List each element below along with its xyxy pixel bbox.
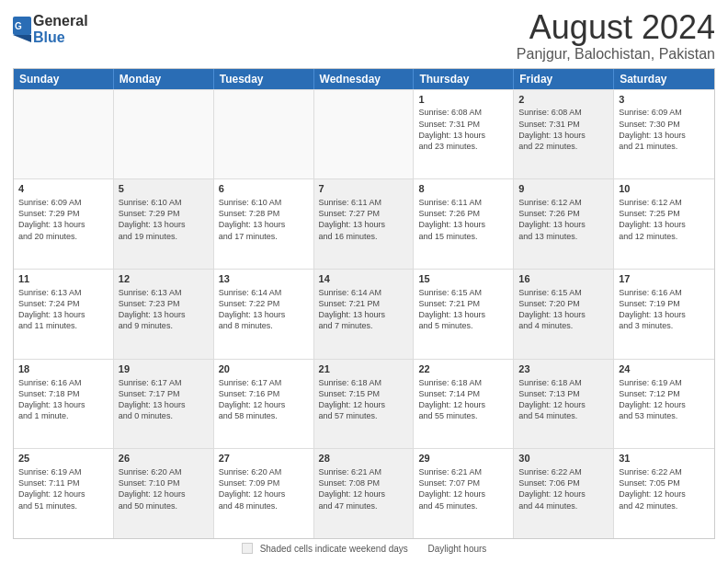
cal-cell-r2c3: 14Sunrise: 6:14 AM Sunset: 7:21 PM Dayli… [314, 270, 415, 359]
cell-info: Sunrise: 6:09 AM Sunset: 7:30 PM Dayligh… [619, 107, 710, 152]
cell-info: Sunrise: 6:12 AM Sunset: 7:25 PM Dayligh… [619, 197, 710, 242]
day-number: 16 [518, 272, 609, 286]
cell-info: Sunrise: 6:22 AM Sunset: 7:06 PM Dayligh… [518, 466, 609, 511]
page: G General Blue August 2024 Panjgur, Balo… [0, 0, 728, 563]
cal-cell-r2c1: 12Sunrise: 6:13 AM Sunset: 7:23 PM Dayli… [114, 270, 214, 359]
day-number: 12 [119, 272, 209, 286]
cal-header-tuesday: Tuesday [214, 69, 314, 89]
day-number: 15 [418, 272, 508, 286]
cell-info: Sunrise: 6:21 AM Sunset: 7:07 PM Dayligh… [418, 466, 508, 511]
cal-cell-r4c4: 29Sunrise: 6:21 AM Sunset: 7:07 PM Dayli… [414, 449, 514, 538]
cal-row-1: 4Sunrise: 6:09 AM Sunset: 7:29 PM Daylig… [14, 178, 714, 269]
cell-info: Sunrise: 6:14 AM Sunset: 7:22 PM Dayligh… [219, 287, 309, 332]
cal-row-0: 1Sunrise: 6:08 AM Sunset: 7:31 PM Daylig… [14, 89, 714, 179]
cell-info: Sunrise: 6:08 AM Sunset: 7:31 PM Dayligh… [418, 107, 508, 152]
cal-cell-r3c3: 21Sunrise: 6:18 AM Sunset: 7:15 PM Dayli… [314, 360, 415, 449]
cal-cell-r2c5: 16Sunrise: 6:15 AM Sunset: 7:20 PM Dayli… [514, 270, 614, 359]
logo-icon: G [13, 17, 31, 42]
cell-info: Sunrise: 6:14 AM Sunset: 7:21 PM Dayligh… [319, 287, 409, 332]
cal-cell-r4c6: 31Sunrise: 6:22 AM Sunset: 7:05 PM Dayli… [614, 449, 714, 538]
cal-cell-r1c0: 4Sunrise: 6:09 AM Sunset: 7:29 PM Daylig… [14, 179, 114, 269]
cal-cell-r1c5: 9Sunrise: 6:12 AM Sunset: 7:26 PM Daylig… [514, 179, 614, 269]
logo-blue: Blue [33, 29, 88, 46]
logo-general: General [33, 13, 88, 29]
cal-cell-r1c6: 10Sunrise: 6:12 AM Sunset: 7:25 PM Dayli… [614, 179, 714, 269]
day-number: 19 [119, 362, 209, 376]
day-number: 6 [219, 182, 309, 196]
day-number: 5 [119, 182, 209, 196]
cal-cell-r0c4: 1Sunrise: 6:08 AM Sunset: 7:31 PM Daylig… [414, 90, 514, 179]
day-number: 20 [219, 362, 309, 376]
cell-info: Sunrise: 6:11 AM Sunset: 7:26 PM Dayligh… [418, 197, 508, 242]
cal-cell-r1c4: 8Sunrise: 6:11 AM Sunset: 7:26 PM Daylig… [414, 179, 514, 269]
cell-info: Sunrise: 6:16 AM Sunset: 7:19 PM Dayligh… [619, 287, 710, 332]
cal-cell-r1c3: 7Sunrise: 6:11 AM Sunset: 7:27 PM Daylig… [314, 179, 415, 269]
cal-header-friday: Friday [514, 69, 614, 89]
cal-row-4: 25Sunrise: 6:19 AM Sunset: 7:11 PM Dayli… [14, 448, 714, 538]
cal-header-monday: Monday [114, 69, 214, 89]
cell-info: Sunrise: 6:15 AM Sunset: 7:21 PM Dayligh… [418, 287, 508, 332]
shaded-label: Shaded cells indicate weekend days [260, 544, 408, 554]
day-number: 17 [619, 272, 710, 286]
cell-info: Sunrise: 6:19 AM Sunset: 7:11 PM Dayligh… [18, 466, 108, 511]
day-number: 23 [518, 362, 609, 376]
day-number: 7 [319, 182, 409, 196]
logo: G General Blue [13, 13, 88, 45]
cal-cell-r4c3: 28Sunrise: 6:21 AM Sunset: 7:08 PM Dayli… [314, 449, 415, 538]
cell-info: Sunrise: 6:15 AM Sunset: 7:20 PM Dayligh… [518, 287, 609, 332]
cell-info: Sunrise: 6:22 AM Sunset: 7:05 PM Dayligh… [619, 466, 710, 511]
cell-info: Sunrise: 6:11 AM Sunset: 7:27 PM Dayligh… [319, 197, 409, 242]
day-number: 31 [619, 452, 710, 465]
cal-cell-r4c2: 27Sunrise: 6:20 AM Sunset: 7:09 PM Dayli… [214, 449, 314, 538]
cal-cell-r4c1: 26Sunrise: 6:20 AM Sunset: 7:10 PM Dayli… [114, 449, 214, 538]
day-number: 29 [418, 452, 508, 465]
day-number: 22 [418, 362, 508, 376]
cell-info: Sunrise: 6:17 AM Sunset: 7:17 PM Dayligh… [119, 377, 209, 422]
cal-cell-r1c2: 6Sunrise: 6:10 AM Sunset: 7:28 PM Daylig… [214, 179, 314, 269]
cal-cell-r3c4: 22Sunrise: 6:18 AM Sunset: 7:14 PM Dayli… [414, 360, 514, 449]
footer-note: Shaded cells indicate weekend days Dayli… [13, 543, 715, 554]
svg-marker-1 [13, 35, 31, 42]
cal-cell-r0c3 [314, 90, 415, 179]
cal-header-sunday: Sunday [14, 69, 114, 89]
cal-cell-r3c5: 23Sunrise: 6:18 AM Sunset: 7:13 PM Dayli… [514, 360, 614, 449]
day-number: 3 [619, 93, 710, 107]
cell-info: Sunrise: 6:18 AM Sunset: 7:15 PM Dayligh… [319, 377, 409, 422]
svg-text:G: G [15, 21, 22, 31]
main-title: August 2024 [517, 9, 715, 46]
day-number: 18 [18, 362, 108, 376]
cal-header-saturday: Saturday [614, 69, 714, 89]
cell-info: Sunrise: 6:18 AM Sunset: 7:13 PM Dayligh… [518, 377, 609, 422]
cell-info: Sunrise: 6:09 AM Sunset: 7:29 PM Dayligh… [18, 197, 108, 242]
cal-cell-r2c6: 17Sunrise: 6:16 AM Sunset: 7:19 PM Dayli… [614, 270, 714, 359]
cell-info: Sunrise: 6:10 AM Sunset: 7:29 PM Dayligh… [119, 197, 209, 242]
cell-info: Sunrise: 6:10 AM Sunset: 7:28 PM Dayligh… [219, 197, 309, 242]
cal-cell-r4c0: 25Sunrise: 6:19 AM Sunset: 7:11 PM Dayli… [14, 449, 114, 538]
cal-header-wednesday: Wednesday [314, 69, 415, 89]
header: G General Blue August 2024 Panjgur, Balo… [13, 9, 715, 63]
cal-cell-r4c5: 30Sunrise: 6:22 AM Sunset: 7:06 PM Dayli… [514, 449, 614, 538]
cal-cell-r2c0: 11Sunrise: 6:13 AM Sunset: 7:24 PM Dayli… [14, 270, 114, 359]
day-number: 14 [319, 272, 409, 286]
cal-cell-r3c2: 20Sunrise: 6:17 AM Sunset: 7:16 PM Dayli… [214, 360, 314, 449]
cal-cell-r3c1: 19Sunrise: 6:17 AM Sunset: 7:17 PM Dayli… [114, 360, 214, 449]
day-number: 25 [18, 452, 108, 465]
day-number: 21 [319, 362, 409, 376]
day-number: 8 [418, 182, 508, 196]
title-section: August 2024 Panjgur, Balochistan, Pakist… [517, 9, 715, 63]
cal-cell-r3c6: 24Sunrise: 6:19 AM Sunset: 7:12 PM Dayli… [614, 360, 714, 449]
cell-info: Sunrise: 6:12 AM Sunset: 7:26 PM Dayligh… [518, 197, 609, 242]
cal-cell-r2c2: 13Sunrise: 6:14 AM Sunset: 7:22 PM Dayli… [214, 270, 314, 359]
day-number: 4 [18, 182, 108, 196]
day-number: 1 [418, 93, 508, 107]
day-number: 24 [619, 362, 710, 376]
cal-cell-r0c1 [114, 90, 214, 179]
daylight-label: Daylight hours [427, 544, 486, 554]
cell-info: Sunrise: 6:08 AM Sunset: 7:31 PM Dayligh… [518, 107, 609, 152]
calendar-body: 1Sunrise: 6:08 AM Sunset: 7:31 PM Daylig… [14, 89, 714, 538]
cal-cell-r0c6: 3Sunrise: 6:09 AM Sunset: 7:30 PM Daylig… [614, 90, 714, 179]
day-number: 13 [219, 272, 309, 286]
cell-info: Sunrise: 6:17 AM Sunset: 7:16 PM Dayligh… [219, 377, 309, 422]
cal-row-2: 11Sunrise: 6:13 AM Sunset: 7:24 PM Dayli… [14, 269, 714, 359]
cal-cell-r0c5: 2Sunrise: 6:08 AM Sunset: 7:31 PM Daylig… [514, 90, 614, 179]
